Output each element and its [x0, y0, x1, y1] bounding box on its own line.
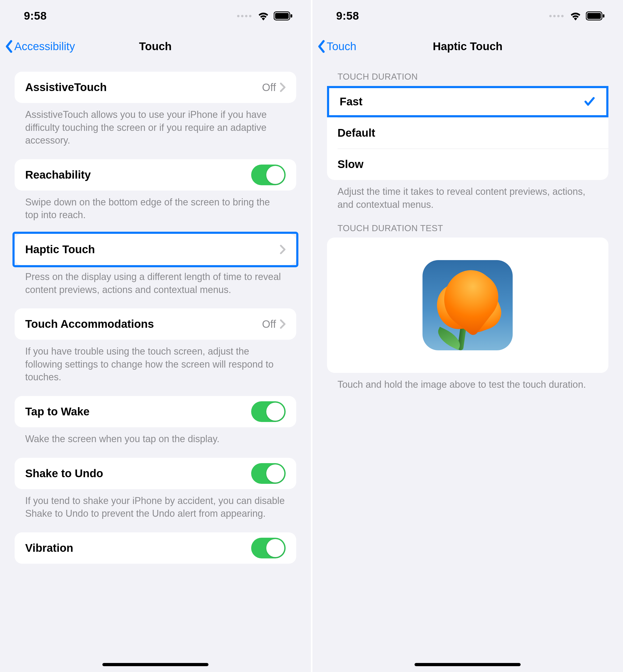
- chevron-left-icon: [5, 40, 13, 53]
- battery-icon: [586, 11, 604, 21]
- row-tap-to-wake[interactable]: Tap to Wake: [14, 396, 296, 427]
- phone-right: 9:58 Touch Haptic Touch TOUCH DURATION F…: [313, 0, 623, 672]
- toggle-tap-to-wake[interactable]: [251, 401, 286, 422]
- row-reachability[interactable]: Reachability: [14, 159, 296, 191]
- group-reachability: Reachability Swipe down on the bottom ed…: [14, 159, 296, 222]
- chevron-left-icon: [317, 40, 326, 53]
- row-title: Haptic Touch: [25, 243, 280, 256]
- back-button-touch[interactable]: Touch: [317, 40, 356, 53]
- row-title: Slow: [337, 158, 598, 171]
- row-title: Tap to Wake: [25, 405, 251, 418]
- toggle-shake-to-undo[interactable]: [251, 463, 286, 484]
- phone-left: 9:58 Accessibility Touch AssistiveTouch …: [0, 0, 311, 672]
- settings-content: TOUCH DURATION Fast Default Slow Adjust …: [313, 61, 623, 391]
- status-time: 9:58: [336, 9, 359, 22]
- page-title: Haptic Touch: [313, 40, 623, 53]
- row-value: Off: [262, 318, 276, 330]
- group-footer: If you tend to shake your iPhone by acci…: [14, 489, 296, 520]
- cellular-dots-icon: [549, 15, 564, 17]
- group-footer: AssistiveTouch allows you to use your iP…: [14, 103, 296, 147]
- row-haptic-touch[interactable]: Haptic Touch: [14, 234, 296, 265]
- group-assistivetouch: AssistiveTouch Off AssistiveTouch allows…: [14, 72, 296, 147]
- row-title: Vibration: [25, 542, 251, 554]
- row-title: Default: [337, 127, 598, 139]
- row-vibration[interactable]: Vibration: [14, 532, 296, 564]
- chevron-right-icon: [280, 319, 286, 329]
- row-duration-slow[interactable]: Slow: [327, 149, 609, 180]
- group-footer: Adjust the time it takes to reveal conte…: [327, 180, 609, 211]
- row-title: Touch Accommodations: [25, 318, 262, 330]
- status-bar: 9:58: [313, 0, 623, 32]
- back-button-accessibility[interactable]: Accessibility: [5, 40, 75, 53]
- toggle-vibration[interactable]: [251, 538, 286, 558]
- status-bar: 9:58: [0, 0, 311, 32]
- row-title: Shake to Undo: [25, 467, 251, 480]
- svg-rect-2: [290, 14, 292, 18]
- group-footer: Wake the screen when you tap on the disp…: [14, 427, 296, 446]
- row-touch-accommodations[interactable]: Touch Accommodations Off: [14, 308, 296, 340]
- group-touch-duration: TOUCH DURATION Fast Default Slow Adjust …: [327, 72, 609, 211]
- nav-bar: Accessibility Touch: [0, 32, 311, 61]
- row-title: Reachability: [25, 169, 251, 181]
- svg-rect-4: [587, 13, 601, 19]
- group-touch-duration-test: TOUCH DURATION TEST Touch and hold the i…: [327, 223, 609, 391]
- wifi-icon: [257, 11, 269, 21]
- group-haptic-touch: Haptic Touch Press on the display using …: [14, 232, 296, 296]
- back-label: Touch: [327, 40, 356, 53]
- svg-rect-5: [603, 14, 604, 18]
- status-icons: [237, 11, 292, 21]
- group-vibration: Vibration: [14, 532, 296, 564]
- cellular-dots-icon: [237, 15, 251, 17]
- row-assistivetouch[interactable]: AssistiveTouch Off: [14, 72, 296, 103]
- battery-icon: [274, 11, 292, 21]
- row-duration-default[interactable]: Default: [327, 117, 609, 149]
- row-title: AssistiveTouch: [25, 81, 262, 94]
- group-footer: Swipe down on the bottom edge of the scr…: [14, 191, 296, 222]
- home-indicator: [102, 663, 208, 666]
- group-tap-to-wake: Tap to Wake Wake the screen when you tap…: [14, 396, 296, 446]
- row-value: Off: [262, 82, 276, 93]
- status-time: 9:58: [24, 9, 47, 22]
- home-indicator: [415, 663, 521, 666]
- group-touch-accommodations: Touch Accommodations Off If you have tro…: [14, 308, 296, 384]
- chevron-right-icon: [280, 245, 286, 254]
- test-image-flower[interactable]: [422, 260, 513, 350]
- status-icons: [549, 11, 604, 21]
- nav-bar: Touch Haptic Touch: [313, 32, 623, 61]
- settings-content: AssistiveTouch Off AssistiveTouch allows…: [0, 61, 311, 564]
- chevron-right-icon: [280, 83, 286, 92]
- svg-rect-1: [275, 13, 289, 19]
- group-shake-to-undo: Shake to Undo If you tend to shake your …: [14, 458, 296, 520]
- test-card: [327, 237, 609, 373]
- group-header: TOUCH DURATION TEST: [327, 223, 609, 237]
- group-footer: Touch and hold the image above to test t…: [327, 373, 609, 391]
- wifi-icon: [569, 11, 582, 21]
- group-footer: Press on the display using a different l…: [14, 265, 296, 296]
- checkmark-icon: [584, 95, 596, 108]
- row-duration-fast[interactable]: Fast: [327, 86, 609, 117]
- row-title: Fast: [340, 95, 584, 108]
- toggle-reachability[interactable]: [251, 165, 286, 185]
- group-footer: If you have trouble using the touch scre…: [14, 340, 296, 384]
- back-label: Accessibility: [14, 40, 75, 53]
- group-header: TOUCH DURATION: [327, 72, 609, 86]
- row-shake-to-undo[interactable]: Shake to Undo: [14, 458, 296, 489]
